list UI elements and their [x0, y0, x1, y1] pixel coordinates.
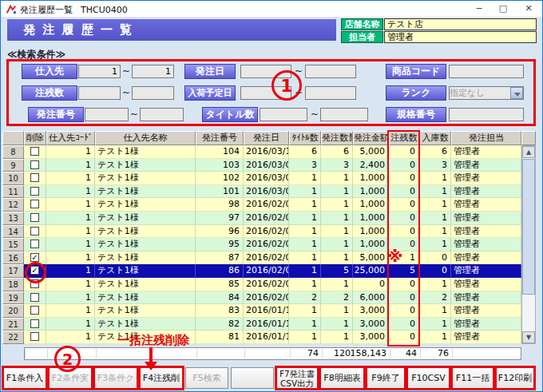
cell-name: テスト1様 [95, 185, 196, 199]
rank-select[interactable]: 指定なし [449, 86, 524, 100]
row-checkbox[interactable]: ✓ [30, 266, 39, 275]
order-number-to-input[interactable] [140, 108, 184, 121]
table-row-9[interactable]: 91テスト1様1032016/03/01332,40003管理者 [2, 159, 521, 172]
column-header-date: 発注日 [244, 131, 289, 145]
delete-checkbox-cell [24, 225, 46, 239]
backorder-to-input[interactable] [132, 86, 174, 100]
maximize-icon[interactable]: □ [491, 1, 515, 18]
table-row-13[interactable]: 131テスト1様972016/02/03111,00001管理者 [2, 212, 521, 225]
supplier-to-input[interactable]: 1 [132, 65, 174, 78]
delete-checkbox-cell [24, 331, 46, 344]
close-icon[interactable]: ✕ [515, 1, 542, 18]
vertical-scrollbar[interactable]: ▲ ▼ [521, 145, 536, 344]
cell-date: 2016/03/01 [244, 159, 289, 172]
scroll-up-icon[interactable]: ▲ [522, 146, 535, 158]
window-title: 発注履歴一覧THCU0400 [20, 4, 128, 16]
f2-condition-execute-button[interactable]: F2条件実行 [49, 367, 92, 389]
arrival-date-to-input[interactable] [305, 86, 356, 100]
row-checkbox[interactable] [30, 173, 39, 182]
f1-condition-input-button[interactable]: F1条件入力 [3, 367, 46, 389]
app-window: 発注履歴一覧THCU0400 − □ ✕ 発 注 履 歴 一 覧 店舗名称 テス… [0, 0, 543, 392]
cell-code: 1 [46, 185, 95, 199]
table-row-14[interactable]: 141テスト1様962016/02/03111,00001管理者 [2, 225, 521, 239]
totals-row: 74120158,1434476 [24, 347, 521, 360]
table-row-15[interactable]: 151テスト1様952016/02/03111,00001管理者 [2, 238, 521, 251]
title-count-to-input[interactable] [320, 108, 368, 121]
cell-staff: 管理者 [451, 331, 521, 344]
product-code-input[interactable] [449, 65, 524, 78]
f3-condition-clear-button[interactable]: F3条件クリア [94, 367, 137, 389]
title-count-range-separator: ~ [310, 108, 319, 121]
row-checkbox[interactable] [30, 240, 39, 248]
f6-blank-button[interactable] [231, 367, 274, 389]
cell-amount: 6,000 [353, 291, 389, 305]
table-header: 削除仕入先ｺｰﾄﾞ仕入先名称発注番号発注日ﾀｲﾄﾙ数発注数量発注金額注残数入庫数… [2, 131, 536, 145]
row-checkbox[interactable] [30, 319, 39, 328]
row-checkbox[interactable] [30, 306, 39, 315]
row-checkbox[interactable] [30, 279, 39, 288]
table-row-21[interactable]: 211テスト1様822016/01/19113,00001管理者 [2, 318, 521, 331]
row-number: 20 [2, 304, 24, 318]
table-row-20[interactable]: 201テスト1様832016/01/19113,00001管理者 [2, 304, 521, 318]
chevron-down-icon[interactable] [510, 87, 523, 99]
delete-checkbox-cell [24, 145, 46, 159]
cell-qty: 1 [321, 318, 353, 331]
arrival-date-label: 入荷予定日 [184, 85, 236, 101]
f4-backorder-delete-button[interactable]: F4注残削除 [140, 367, 183, 389]
cell-amount: 3,000 [353, 331, 389, 344]
cell-name: テスト1様 [95, 145, 196, 159]
order-number-from-input[interactable] [85, 108, 129, 121]
row-checkbox[interactable] [30, 160, 39, 169]
f9-exit-button[interactable]: F9終了 [367, 367, 405, 389]
table-row-19[interactable]: 191テスト1様842016/02/01226,00002管理者 [2, 291, 521, 305]
cell-order_no: 85 [196, 278, 244, 291]
minimize-icon[interactable]: − [467, 1, 491, 18]
table-row-17[interactable]: 17✓1テスト1様862016/02/011525,00050管理者 [2, 264, 521, 278]
f7-order-csv-export-button[interactable]: F7発注書CSV出力 [276, 367, 318, 389]
cell-amount: 1,000 [353, 185, 389, 199]
store-name-label: 店舗名称 [341, 18, 383, 30]
table-row-11[interactable]: 111テスト1様1012016/03/01111,00001管理者 [2, 185, 521, 199]
supplier-from-input[interactable]: 1 [78, 65, 121, 78]
cell-stock: 1 [419, 278, 451, 291]
table-row-10[interactable]: 101テスト1様1022016/03/01111,00001管理者 [2, 172, 521, 185]
table-row-16[interactable]: 16✓1テスト1様872016/02/01115,00010管理者 [2, 251, 521, 265]
f8-detail-view-button[interactable]: F8明細表示 [320, 367, 364, 389]
delete-checkbox-cell [24, 238, 46, 251]
row-checkbox[interactable] [30, 293, 39, 302]
cell-staff: 管理者 [451, 304, 521, 318]
row-checkbox[interactable] [30, 200, 39, 208]
table-row-18[interactable]: 181テスト1様852016/02/0111001管理者 [2, 278, 521, 291]
row-checkbox[interactable] [30, 147, 39, 156]
f11-batch-print-button[interactable]: F11一括印刷 [452, 367, 493, 389]
table-row-22[interactable]: 221テスト1様812016/01/19113,00001管理者 [2, 331, 521, 344]
f5-search-button[interactable]: F5検索 [185, 367, 228, 389]
total-stock: 76 [402, 348, 449, 359]
f12-print-button[interactable]: F12印刷 [496, 367, 534, 389]
arrival-date-from-input[interactable] [240, 86, 291, 100]
staff-label: 担当者 [341, 31, 383, 43]
row-checkbox[interactable] [30, 332, 39, 341]
cell-amount: 1,000 [353, 212, 389, 225]
standard-number-input[interactable] [449, 108, 524, 121]
row-checkbox[interactable] [30, 187, 39, 196]
backorder-from-input[interactable] [78, 86, 121, 100]
cell-order_no: 98 [196, 198, 244, 212]
scroll-down-icon[interactable]: ▼ [522, 331, 535, 343]
cell-name: テスト1様 [95, 331, 196, 344]
title-count-from-input[interactable] [260, 108, 307, 121]
order-date-from-input[interactable] [240, 65, 291, 78]
cell-name: テスト1様 [95, 238, 196, 251]
row-checkbox[interactable] [30, 227, 39, 236]
row-number: 15 [2, 238, 24, 251]
table-row-8[interactable]: 81テスト1様1042016/03/10665,00006管理者 [2, 145, 521, 159]
row-checkbox[interactable]: ✓ [30, 253, 39, 262]
cell-order_no: 101 [196, 185, 244, 199]
order-date-to-input[interactable] [305, 65, 356, 78]
scrollbar-thumb[interactable] [522, 159, 535, 295]
table-row-12[interactable]: 121テスト1様982016/02/03111,00001管理者 [2, 198, 521, 212]
totals-separator [452, 349, 453, 358]
row-checkbox[interactable] [30, 213, 39, 222]
f10-csv-export-button[interactable]: F10CSV出力 [407, 367, 450, 389]
cell-titles: 6 [289, 145, 321, 159]
